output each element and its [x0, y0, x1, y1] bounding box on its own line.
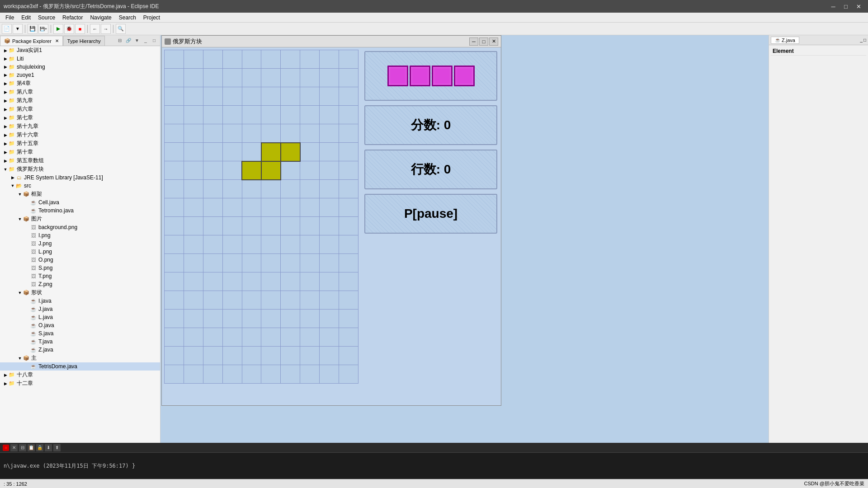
subwin-min-btn[interactable]: ─ [469, 38, 478, 46]
toolbar-forward[interactable]: → [101, 24, 111, 34]
right-panel-maximize[interactable]: □ [863, 38, 866, 42]
tree-ch4[interactable]: ▶ 📁 第4章 [0, 79, 160, 88]
console-btn5[interactable]: ⬇ [45, 444, 52, 451]
subwin-max-btn[interactable]: □ [479, 38, 488, 46]
tree-o-java[interactable]: ☕ O.java [0, 321, 160, 329]
grid-cell [222, 272, 242, 291]
tree-i-png[interactable]: 🖼 I.png [0, 231, 160, 239]
tree-main-pkg[interactable]: ▼ 📦 主 [0, 354, 160, 362]
game-window-title: 俄罗斯方块 [173, 38, 202, 46]
tree-t-java[interactable]: ☕ T.java [0, 338, 160, 346]
eclipse-max-btn[interactable]: □ [840, 0, 852, 12]
pause-card[interactable]: P[pause] [364, 194, 497, 234]
tree-zuoye1[interactable]: ▶ 📁 zuoye1 [0, 71, 160, 79]
console-stop-btn[interactable]: ■ [3, 445, 9, 451]
game-subwindow-titlebar: 俄罗斯方块 ─ □ ✕ [162, 36, 501, 47]
tree-scroll[interactable]: ▶ 📁 Java实训1 ▶ 📁 Liti ▶ 📁 shujuleixing [0, 46, 160, 443]
tree-o-png[interactable]: 🖼 O.png [0, 256, 160, 264]
eclipse-close-btn[interactable]: ✕ [853, 0, 864, 12]
explorer-menu-btn[interactable]: ▼ [133, 36, 141, 44]
tab-z-java[interactable]: ☕ Z.java [771, 37, 799, 44]
tree-ch6[interactable]: ▶ 📁 第六章 [0, 105, 160, 113]
menu-file[interactable]: File [2, 13, 18, 22]
tree-cell-java[interactable]: ☕ Cell.java [0, 198, 160, 206]
console-btn4[interactable]: 🔒 [36, 444, 43, 451]
subwin-close-btn[interactable]: ✕ [489, 38, 498, 46]
tree-l-png[interactable]: 🖼 L.png [0, 248, 160, 256]
menu-source[interactable]: Source [34, 13, 59, 22]
tree-tetris-project[interactable]: ▼ 📁 俄罗斯方块 [0, 165, 160, 174]
console-btn3[interactable]: 📋 [28, 444, 35, 451]
console-btn6[interactable]: ⬆ [53, 444, 61, 451]
grid-cell [300, 310, 320, 328]
project-icon: 📁 [8, 63, 15, 70]
console-btn2[interactable]: ⊟ [19, 444, 26, 451]
tree-tetromino-java[interactable]: ☕ Tetromino.java [0, 206, 160, 215]
toolbar-save[interactable]: 💾 [28, 24, 38, 34]
purple-block-4 [454, 66, 475, 86]
tree-j-png[interactable]: 🖼 J.png [0, 239, 160, 248]
menu-navigate[interactable]: Navigate [86, 13, 115, 22]
tree-java实训1[interactable]: ▶ 📁 Java实训1 [0, 46, 160, 55]
center-game-area: 俄罗斯方块 ─ □ ✕ [160, 35, 769, 443]
explorer-maximize-btn[interactable]: □ [150, 36, 158, 44]
tree-z-java[interactable]: ☕ Z.java [0, 346, 160, 354]
grid-cell [320, 310, 339, 328]
tree-framework-pkg[interactable]: ▼ 📦 框架 [0, 190, 160, 198]
tree-shapes-pkg[interactable]: ▼ 📦 形状 [0, 288, 160, 297]
tree-j-java[interactable]: ☕ J.java [0, 305, 160, 313]
toolbar-back[interactable]: ← [90, 24, 100, 34]
tree-ch19[interactable]: ▶ 📁 第十九章 [0, 122, 160, 131]
tree-s-png[interactable]: 🖼 S.png [0, 264, 160, 272]
link-with-editor-btn[interactable]: 🔗 [124, 36, 132, 44]
menu-refactor[interactable]: Refactor [59, 13, 86, 22]
eclipse-min-btn[interactable]: ─ [827, 0, 839, 12]
menu-edit[interactable]: Edit [18, 13, 34, 22]
tree-ch8[interactable]: ▶ 📁 第八章 [0, 88, 160, 96]
right-panel-minimize[interactable]: _ [860, 38, 863, 42]
project-icon: 📁 [8, 106, 15, 113]
grid-cell [320, 272, 339, 291]
tree-tetrisdome-java[interactable]: ☕ TetrisDome.java [0, 362, 160, 371]
tree-ch15[interactable]: ▶ 📁 第十五章 [0, 139, 160, 148]
grid-cell [300, 365, 320, 384]
tree-jre[interactable]: ▶ 🗂 JRE System Library [JavaSE-11] [0, 174, 160, 182]
arrow-icon: ▶ [3, 159, 8, 163]
tree-ch10[interactable]: ▶ 📁 第十章 [0, 148, 160, 156]
tab-type-hierarchy[interactable]: Type Hierarchy [63, 36, 105, 46]
toolbar-open[interactable]: ▼ [13, 24, 23, 34]
collapse-all-btn[interactable]: ⊟ [116, 36, 124, 44]
tree-liti[interactable]: ▶ 📁 Liti [0, 55, 160, 63]
toolbar-save-all[interactable]: 💾+ [38, 24, 48, 34]
menu-search[interactable]: Search [115, 13, 140, 22]
tree-l-java[interactable]: ☕ L.java [0, 313, 160, 321]
grid-cell [339, 106, 359, 124]
tree-t-png[interactable]: 🖼 T.png [0, 272, 160, 280]
bottom-area: ■ ✕ ⊟ 📋 🔒 ⬇ ⬆ n\javaw.exe (2023年11月15日 下… [0, 443, 868, 479]
tree-ch7[interactable]: ▶ 📁 第七章 [0, 113, 160, 122]
tree-ch16[interactable]: ▶ 📁 第十六章 [0, 131, 160, 139]
menu-project[interactable]: Project [140, 13, 164, 22]
tree-ch18[interactable]: ▶ 📁 十八章 [0, 371, 160, 379]
toolbar-new[interactable]: 📄 [2, 24, 12, 34]
toolbar-debug[interactable]: 🐞 [64, 24, 74, 34]
tree-ch5[interactable]: ▶ 📁 第五章数组 [0, 156, 160, 165]
grid-cell [261, 235, 281, 254]
console-btn1[interactable]: ✕ [10, 444, 18, 451]
tree-ch12[interactable]: ▶ 📁 十二章 [0, 379, 160, 388]
toolbar-search[interactable]: 🔍 [116, 24, 126, 34]
tree-ch9[interactable]: ▶ 📁 第九章 [0, 96, 160, 105]
explorer-minimize-btn[interactable]: _ [142, 36, 150, 44]
tab-close-icon[interactable]: ✕ [55, 38, 59, 43]
tree-s-java[interactable]: ☕ S.java [0, 329, 160, 338]
tab-package-explorer[interactable]: 📦 Package Explorer ✕ [0, 36, 63, 46]
tree-images-pkg[interactable]: ▼ 📦 图片 [0, 215, 160, 223]
toolbar-run[interactable]: ▶ [53, 24, 63, 34]
tree-z-png[interactable]: 🖼 Z.png [0, 280, 160, 288]
tree-shujuleixing[interactable]: ▶ 📁 shujuleixing [0, 63, 160, 71]
tree-i-java[interactable]: ☕ I.java [0, 297, 160, 305]
tree-src[interactable]: ▼ 📂 src [0, 182, 160, 190]
toolbar-stop[interactable]: ■ [75, 24, 85, 34]
arrow-icon: ▼ [17, 192, 23, 197]
tree-bg-png[interactable]: 🖼 background.png [0, 223, 160, 231]
